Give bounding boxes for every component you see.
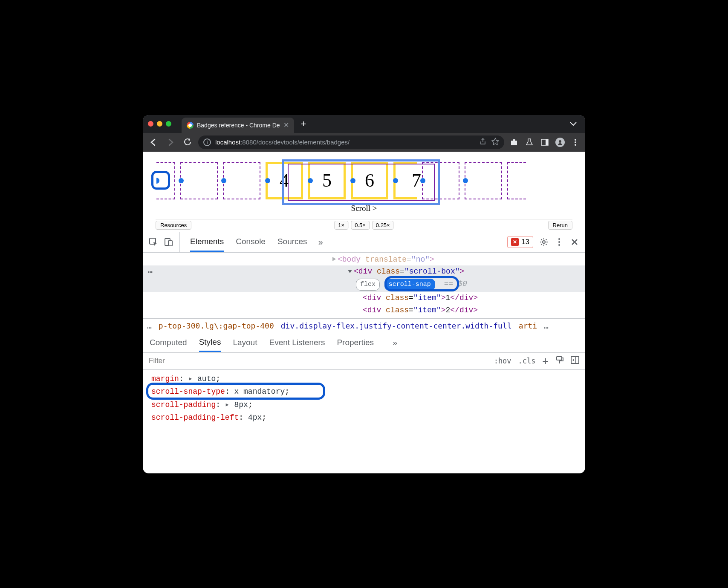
tab-computed[interactable]: Computed [150,334,187,351]
item-number: 7 [412,170,421,191]
address-bar[interactable]: i localhost:8080/docs/devtools/elements/… [198,135,504,149]
selected-node-marker: == $0 [444,280,467,288]
more-styles-tabs-icon[interactable]: » [393,338,397,348]
snap-point-icon [463,178,468,183]
browser-chrome: Badges reference - Chrome De ✕ + i local… [143,115,585,152]
resources-button[interactable]: Resources [156,221,191,230]
scroll-box[interactable]: 4 5 6 7 [156,156,572,205]
zoom-controls: 1× 0.5× 0.25× [334,221,393,230]
tab-console[interactable]: Console [236,233,266,251]
scroll-item [422,162,459,199]
scroll-item [223,162,260,199]
rerun-button[interactable]: Rerun [548,221,572,230]
forward-button[interactable] [164,136,177,149]
zoom-05x[interactable]: 0.5× [351,221,370,230]
devtools-menu-icon[interactable] [555,237,564,247]
new-tab-button[interactable]: + [301,118,306,130]
tab-sources[interactable]: Sources [277,233,307,251]
page-controls: Resources 1× 0.5× 0.25× Rerun [156,219,572,230]
tab-close-icon[interactable]: ✕ [283,121,289,129]
styles-filter-bar: :hov .cls + [143,353,585,370]
scroll-item: 5 [308,162,346,199]
flex-badge[interactable]: flex [356,279,380,291]
svg-point-10 [558,238,560,240]
breadcrumb[interactable]: … p-top-300.lg\:gap-top-400 div.display-… [143,318,585,333]
zoom-025x[interactable]: 0.25× [372,221,394,230]
scroll-snap-badge[interactable]: scroll-snap [384,279,435,291]
css-rule[interactable]: scroll-padding: ▸ 8px; [151,398,577,412]
extensions-icon[interactable] [508,137,520,148]
dom-line-scrollbox[interactable]: <div class="scroll-box"> [143,265,585,278]
error-x-icon: ✕ [511,238,519,246]
devtools-close-icon[interactable] [570,237,579,247]
svg-rect-14 [571,357,579,363]
svg-point-11 [558,241,560,243]
settings-gear-icon[interactable] [539,237,549,247]
tab-properties[interactable]: Properties [337,334,374,351]
hov-toggle[interactable]: :hov [494,357,511,365]
sidepanel-icon[interactable] [539,137,550,148]
breadcrumb-ellipsis[interactable]: … [544,321,549,330]
svg-rect-8 [168,241,172,246]
tab-event-listeners[interactable]: Event Listeners [269,334,325,351]
tab-elements[interactable]: Elements [190,233,224,252]
more-tabs-icon[interactable]: » [318,237,323,247]
svg-rect-1 [546,139,548,145]
profile-avatar[interactable] [555,137,566,148]
svg-rect-13 [557,357,562,360]
device-toggle-icon[interactable] [164,237,173,247]
breadcrumb-ellipsis[interactable]: … [147,321,152,330]
scroll-item [156,162,175,199]
dom-line-body[interactable]: <body translate="no"> [143,254,585,266]
site-info-icon[interactable]: i [203,138,211,146]
scroll-item: 7 [393,162,417,199]
dom-line-item1[interactable]: <div class="item">1</div> [143,292,585,304]
window-maximize[interactable] [166,121,171,127]
devtools-tabs: Elements Console Sources [190,233,307,251]
tab-strip: Badges reference - Chrome De ✕ + [143,115,585,133]
new-style-rule-icon[interactable]: + [543,355,549,367]
devtools-panel: Elements Console Sources » ✕ 13 ⋯ <body … [143,232,585,427]
tab-styles[interactable]: Styles [199,334,221,352]
breadcrumb-selected[interactable]: div.display-flex.justify-content-center.… [281,321,512,330]
back-button[interactable] [147,136,160,149]
css-rules[interactable]: margin: ▸ auto; scroll-snap-type: x mand… [143,370,585,427]
window-close[interactable] [148,121,153,127]
reload-button[interactable] [181,136,194,149]
svg-point-2 [559,140,561,143]
toggle-sidebar-icon[interactable] [571,356,579,366]
snap-point-icon [179,178,184,183]
browser-tab[interactable]: Badges reference - Chrome De ✕ [182,118,294,133]
tab-layout[interactable]: Layout [233,334,257,351]
svg-point-9 [543,241,545,243]
css-rule[interactable]: margin: ▸ auto; [151,372,577,386]
paint-icon[interactable] [555,356,564,366]
chevron-down-icon[interactable] [570,120,577,128]
dom-line-item2[interactable]: <div class="item">2</div> [143,304,585,317]
zoom-1x[interactable]: 1× [334,221,348,230]
browser-toolbar: i localhost:8080/docs/devtools/elements/… [143,133,585,152]
svg-point-4 [575,141,576,143]
bookmark-icon[interactable] [491,138,499,147]
inspect-icon[interactable] [149,237,158,247]
page-content: 4 5 6 7 Scroll > Resources 1× 0.5× 0.25×… [143,152,585,232]
dom-line-badges: flex scroll-snap == $0 [143,278,585,292]
filter-input[interactable] [149,357,494,365]
errors-badge[interactable]: ✕ 13 [507,236,533,248]
window-minimize[interactable] [157,121,162,127]
snap-point-icon [265,178,270,183]
cls-toggle[interactable]: .cls [518,357,536,365]
labs-icon[interactable] [524,137,535,148]
css-rule[interactable]: scroll-padding-left: 4px; [151,411,577,424]
breadcrumb-item[interactable]: arti [519,321,537,330]
tab-title: Badges reference - Chrome De [197,122,280,129]
dom-tree[interactable]: ⋯ <body translate="no"> <div class="scro… [143,253,585,318]
dom-ellipsis: ⋯ [148,266,153,279]
scroll-item: 6 [351,162,388,199]
menu-icon[interactable] [570,137,581,148]
css-rule[interactable]: scroll-snap-type: x mandatory; [151,385,577,398]
breadcrumb-item[interactable]: p-top-300.lg\:gap-top-400 [159,321,274,330]
scroll-item: 4 [266,162,303,199]
svg-point-5 [575,144,576,146]
share-icon[interactable] [480,138,486,146]
